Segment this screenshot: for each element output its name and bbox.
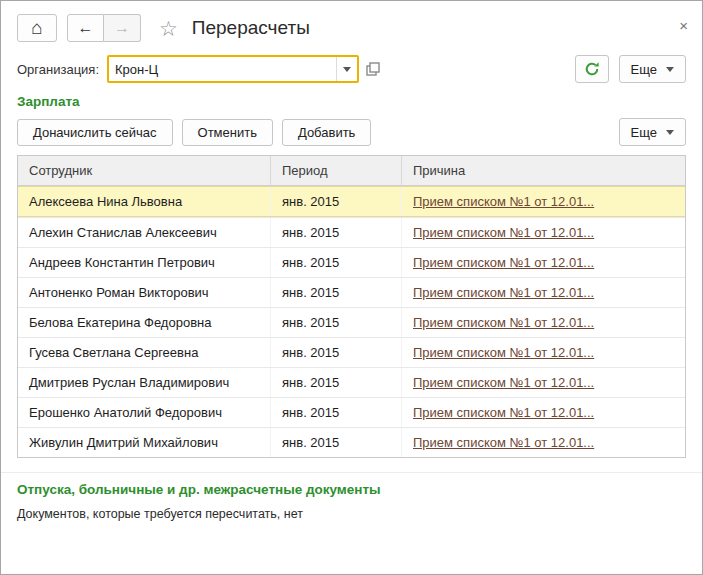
open-organization-button[interactable] xyxy=(366,62,380,76)
column-header-employee[interactable]: Сотрудник xyxy=(18,156,271,185)
salary-section-title: Зарплата xyxy=(1,85,702,113)
organization-input[interactable] xyxy=(109,57,336,81)
period-cell: янв. 2015 xyxy=(271,428,402,457)
table-row[interactable]: Антоненко Роман Викторович янв. 2015 При… xyxy=(18,277,685,307)
table-header-row: Сотрудник Период Причина xyxy=(18,156,685,186)
reason-cell: Прием списком №1 от 12.01... xyxy=(402,368,685,397)
organization-label: Организация: xyxy=(17,62,99,77)
back-button[interactable]: ← xyxy=(67,14,104,42)
page-title: Перерасчеты xyxy=(192,17,310,39)
employee-cell: Белова Екатерина Федоровна xyxy=(18,308,271,337)
column-header-reason[interactable]: Причина xyxy=(402,156,685,185)
period-cell: янв. 2015 xyxy=(271,248,402,277)
chevron-down-icon xyxy=(343,67,351,72)
home-button[interactable]: ⌂ xyxy=(17,14,57,42)
more-button-label: Еще xyxy=(631,125,657,140)
organization-combo xyxy=(107,55,359,83)
table-row[interactable]: Гусева Светлана Сергеевна янв. 2015 Прие… xyxy=(18,337,685,367)
salary-command-bar: Доначислить сейчас Отменить Добавить Еще xyxy=(1,113,702,153)
reason-link[interactable]: Прием списком №1 от 12.01... xyxy=(413,225,594,240)
period-cell: янв. 2015 xyxy=(271,398,402,427)
reason-cell: Прием списком №1 от 12.01... xyxy=(402,187,685,216)
period-cell: янв. 2015 xyxy=(271,308,402,337)
accrue-now-button[interactable]: Доначислить сейчас xyxy=(17,119,173,146)
employee-cell: Андреев Константин Петрович xyxy=(18,248,271,277)
reason-link[interactable]: Прием списком №1 от 12.01... xyxy=(413,435,594,450)
period-cell: янв. 2015 xyxy=(271,278,402,307)
recalculations-window: ⌂ ← → ☆ Перерасчеты × Организация: xyxy=(0,0,703,575)
table-row[interactable]: Ерошенко Анатолий Федорович янв. 2015 Пр… xyxy=(18,397,685,427)
reason-link[interactable]: Прием списком №1 от 12.01... xyxy=(413,194,594,209)
reason-cell: Прием списком №1 от 12.01... xyxy=(402,278,685,307)
employee-cell: Живулин Дмитрий Михайлович xyxy=(18,428,271,457)
employee-cell: Алехин Станислав Алексеевич xyxy=(18,218,271,247)
more-button-top[interactable]: Еще xyxy=(619,55,686,83)
reason-cell: Прием списком №1 от 12.01... xyxy=(402,308,685,337)
refresh-button[interactable] xyxy=(575,55,609,83)
reason-link[interactable]: Прием списком №1 от 12.01... xyxy=(413,315,594,330)
refresh-icon xyxy=(584,61,600,77)
table-row[interactable]: Алехин Станислав Алексеевич янв. 2015 Пр… xyxy=(18,217,685,247)
no-documents-note: Документов, которые требуется пересчитат… xyxy=(1,501,702,527)
table-row[interactable]: Алексеева Нина Львовна янв. 2015 Прием с… xyxy=(18,186,685,217)
employee-cell: Алексеева Нина Львовна xyxy=(18,187,271,216)
top-toolbar: ⌂ ← → ☆ Перерасчеты xyxy=(1,1,702,51)
column-header-period[interactable]: Период xyxy=(271,156,402,185)
table-row[interactable]: Андреев Константин Петрович янв. 2015 Пр… xyxy=(18,247,685,277)
table-row[interactable]: Белова Екатерина Федоровна янв. 2015 При… xyxy=(18,307,685,337)
employee-cell: Антоненко Роман Викторович xyxy=(18,278,271,307)
more-button-label: Еще xyxy=(631,62,657,77)
navigation-buttons: ← → xyxy=(67,14,141,42)
reason-cell: Прием списком №1 от 12.01... xyxy=(402,248,685,277)
employee-cell: Дмитриев Руслан Владимирович xyxy=(18,368,271,397)
reason-link[interactable]: Прием списком №1 от 12.01... xyxy=(413,285,594,300)
reason-link[interactable]: Прием списком №1 от 12.01... xyxy=(413,345,594,360)
organization-row: Организация: Еще xyxy=(1,51,702,85)
more-button-table[interactable]: Еще xyxy=(619,118,686,146)
reason-cell: Прием списком №1 от 12.01... xyxy=(402,398,685,427)
reason-cell: Прием списком №1 от 12.01... xyxy=(402,218,685,247)
forward-button[interactable]: → xyxy=(104,14,141,42)
employee-cell: Гусева Светлана Сергеевна xyxy=(18,338,271,367)
chevron-down-icon xyxy=(666,130,674,135)
table-row[interactable]: Живулин Дмитрий Михайлович янв. 2015 При… xyxy=(18,427,685,457)
cancel-button[interactable]: Отменить xyxy=(182,119,273,146)
interpay-section-title: Отпуска, больничные и др. межрасчетные д… xyxy=(1,473,702,501)
table-body: Алексеева Нина Львовна янв. 2015 Прием с… xyxy=(18,186,685,457)
home-icon: ⌂ xyxy=(31,18,42,37)
reason-link[interactable]: Прием списком №1 от 12.01... xyxy=(413,255,594,270)
reason-link[interactable]: Прием списком №1 от 12.01... xyxy=(413,375,594,390)
open-form-icon xyxy=(366,62,380,76)
organization-dropdown-button[interactable] xyxy=(336,57,357,81)
close-button[interactable]: × xyxy=(679,18,688,33)
chevron-down-icon xyxy=(666,67,674,72)
forward-arrow-icon: → xyxy=(114,20,130,36)
favorites-star-button[interactable]: ☆ xyxy=(159,18,178,39)
reason-cell: Прием списком №1 от 12.01... xyxy=(402,428,685,457)
add-button[interactable]: Добавить xyxy=(282,119,371,146)
reason-link[interactable]: Прием списком №1 от 12.01... xyxy=(413,405,594,420)
period-cell: янв. 2015 xyxy=(271,187,402,216)
table-row[interactable]: Дмитриев Руслан Владимирович янв. 2015 П… xyxy=(18,367,685,397)
period-cell: янв. 2015 xyxy=(271,338,402,367)
back-arrow-icon: ← xyxy=(78,20,94,36)
employee-cell: Ерошенко Анатолий Федорович xyxy=(18,398,271,427)
reason-cell: Прием списком №1 от 12.01... xyxy=(402,338,685,367)
period-cell: янв. 2015 xyxy=(271,218,402,247)
recalculations-table: Сотрудник Период Причина Алексеева Нина … xyxy=(17,155,686,458)
period-cell: янв. 2015 xyxy=(271,368,402,397)
